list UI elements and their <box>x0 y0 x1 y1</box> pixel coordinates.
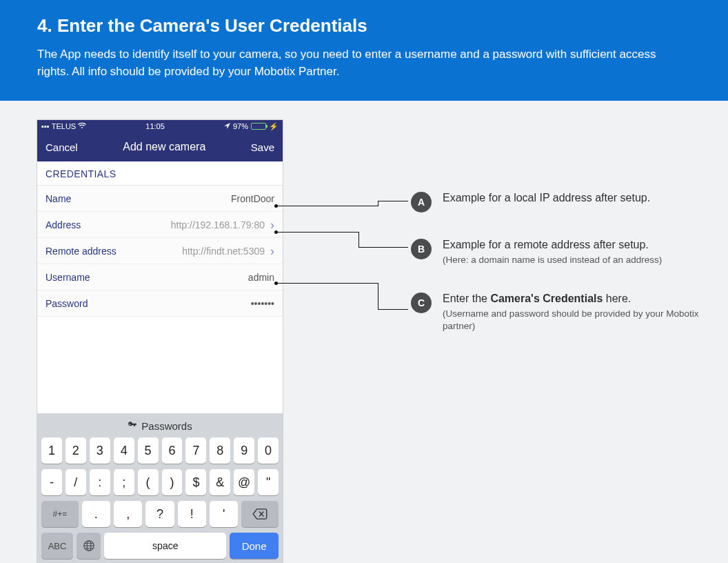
key-3[interactable]: 3 <box>90 437 110 464</box>
address-value: http://192.168.1.79:80 <box>171 219 265 230</box>
callout-c-text: Enter the Camera's Credentials here. (Us… <box>443 291 707 333</box>
section-header: CREDENTIALS <box>37 161 283 186</box>
key-symbols[interactable]: #+= <box>41 501 79 527</box>
key-exclaim[interactable]: ! <box>178 501 206 527</box>
key-abc[interactable]: ABC <box>41 533 73 559</box>
leader-line-b2 <box>358 247 408 248</box>
leader-corner-b <box>358 232 359 247</box>
name-label: Name <box>46 193 71 204</box>
charging-icon: ⚡ <box>269 122 279 131</box>
key-apostrophe[interactable]: ' <box>210 501 238 527</box>
location-icon <box>224 122 230 130</box>
carrier-label: TELUS <box>52 122 76 130</box>
callout-c-sub: (Username and password should be provide… <box>443 308 707 333</box>
row-remote[interactable]: Remote address http://findt.net:5309 › <box>37 238 283 264</box>
badge-a: A <box>411 192 432 213</box>
key-8[interactable]: 8 <box>210 437 230 464</box>
leader-line-c <box>276 283 378 284</box>
key-slash[interactable]: / <box>65 469 86 495</box>
page-subtitle: The App needs to identify itself to your… <box>37 46 658 80</box>
page-header: 4. Enter the Camera's User Credentials T… <box>0 0 728 101</box>
key-2[interactable]: 2 <box>65 437 86 464</box>
key-space[interactable]: space <box>104 533 226 559</box>
badge-c: C <box>411 293 432 313</box>
key-7[interactable]: 7 <box>185 437 206 464</box>
callout-c: C Enter the Camera's Credentials here. (… <box>411 291 707 333</box>
key-0[interactable]: 0 <box>258 437 279 464</box>
callout-b-sub: (Here: a domain name is used instead of … <box>443 254 662 266</box>
nav-bar: Cancel Add new camera Save <box>37 132 283 161</box>
nav-title: Add new camera <box>123 141 205 153</box>
keyboard: Passwords 1 2 3 4 5 6 7 8 9 0 - / : ; ( … <box>37 413 283 563</box>
row-name[interactable]: Name FrontDoor <box>37 186 283 212</box>
wifi-icon <box>78 122 86 130</box>
key-9[interactable]: 9 <box>234 437 254 464</box>
password-label: Password <box>46 298 88 309</box>
key-row-2: - / : ; ( ) $ & @ " <box>41 469 279 495</box>
row-username[interactable]: Username admin <box>37 264 283 290</box>
blank-area <box>37 317 283 413</box>
key-6[interactable]: 6 <box>162 437 183 464</box>
key-lparen[interactable]: ( <box>138 469 159 495</box>
chevron-right-icon[interactable]: › <box>270 219 274 231</box>
key-comma[interactable]: , <box>114 501 142 527</box>
status-bar: ▪▪▪ TELUS 11:05 97% ⚡ <box>37 120 283 132</box>
key-at[interactable]: @ <box>234 469 254 495</box>
leader-line-a2 <box>378 201 408 201</box>
callout-b-text: Example for a remote address after setup… <box>443 237 662 266</box>
key-row-3: #+= . , ? ! ' <box>41 501 279 527</box>
key-amp[interactable]: & <box>210 469 230 495</box>
passwords-suggestion[interactable]: Passwords <box>41 417 279 437</box>
key-dollar[interactable]: $ <box>185 469 206 495</box>
battery-icon <box>251 123 266 130</box>
phone-mock: ▪▪▪ TELUS 11:05 97% ⚡ Cancel Add new cam… <box>37 120 283 563</box>
chevron-right-icon[interactable]: › <box>270 245 274 257</box>
username-value: admin <box>248 272 274 283</box>
password-value: ••••••• <box>251 298 274 309</box>
address-label: Address <box>46 219 81 230</box>
key-quote[interactable]: " <box>258 469 279 495</box>
key-5[interactable]: 5 <box>138 437 159 464</box>
username-label: Username <box>46 272 90 283</box>
leader-corner-c <box>378 283 378 309</box>
save-button[interactable]: Save <box>251 141 274 153</box>
callout-b: B Example for a remote address after set… <box>411 237 707 266</box>
callout-a: A Example for a local IP address after s… <box>411 190 707 213</box>
key-4[interactable]: 4 <box>114 437 134 464</box>
signal-icon: ▪▪▪ <box>41 122 50 130</box>
row-password[interactable]: Password ••••••• <box>37 290 283 317</box>
leader-line-c2 <box>378 309 408 310</box>
page-title: 4. Enter the Camera's User Credentials <box>37 15 691 37</box>
content-area: ▪▪▪ TELUS 11:05 97% ⚡ Cancel Add new cam… <box>0 101 728 563</box>
remote-value: http://findt.net:5309 <box>182 246 265 257</box>
key-backspace[interactable] <box>241 501 279 527</box>
key-done[interactable]: Done <box>230 533 279 559</box>
key-period[interactable]: . <box>82 501 110 527</box>
cancel-button[interactable]: Cancel <box>46 141 78 153</box>
leader-corner-a <box>378 201 378 206</box>
key-semicolon[interactable]: ; <box>114 469 134 495</box>
key-rparen[interactable]: ) <box>162 469 183 495</box>
row-address[interactable]: Address http://192.168.1.79:80 › <box>37 212 283 238</box>
callout-a-text: Example for a local IP address after set… <box>443 190 650 206</box>
badge-b: B <box>411 239 432 259</box>
key-colon[interactable]: : <box>90 469 110 495</box>
key-globe[interactable] <box>77 533 101 559</box>
key-row-4: ABC space Done <box>41 533 279 559</box>
name-value: FrontDoor <box>231 193 274 204</box>
key-icon <box>128 420 137 432</box>
key-row-1: 1 2 3 4 5 6 7 8 9 0 <box>41 437 279 464</box>
leader-line-a <box>276 206 378 206</box>
battery-pct: 97% <box>233 122 248 130</box>
key-1[interactable]: 1 <box>41 437 62 464</box>
callouts: A Example for a local IP address after s… <box>411 190 707 357</box>
remote-label: Remote address <box>46 246 117 257</box>
clock-label: 11:05 <box>145 122 165 130</box>
leader-line-b <box>276 232 358 233</box>
key-dash[interactable]: - <box>41 469 62 495</box>
key-question[interactable]: ? <box>145 501 174 527</box>
